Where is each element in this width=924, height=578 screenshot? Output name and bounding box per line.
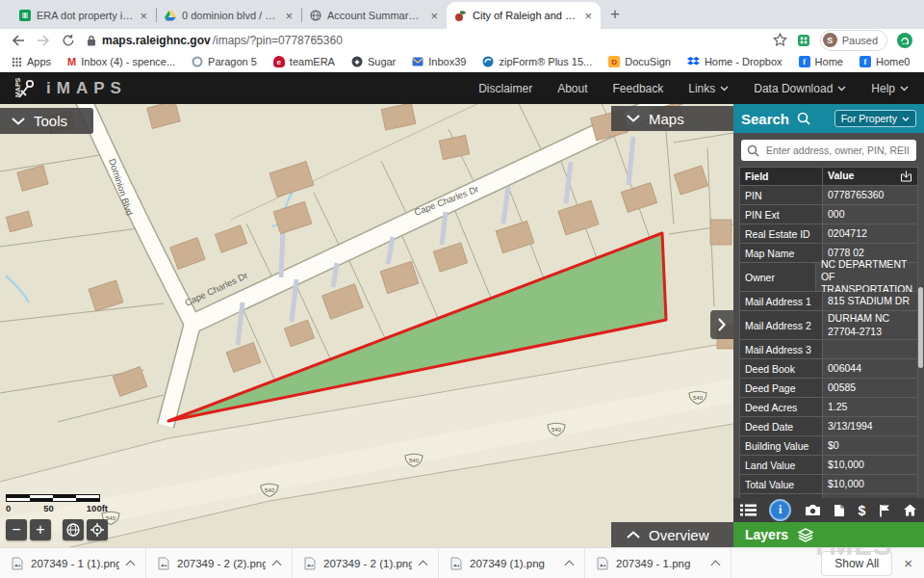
map-viewport: Dominion Blvd Cape Charles Dr Cape Charl… [0,104,733,547]
svg-text:540: 540 [552,427,562,433]
bookmark-inbox[interactable]: M Inbox (4) - spence... [67,56,175,67]
menu-links[interactable]: Links [688,82,729,95]
bookmark-facebook-home0[interactable]: f Home0 [860,56,910,67]
downloads-bar: 207349 - 1 (1).png 207349 - 2 (2).png 20… [0,547,924,578]
tab-dominion-drive[interactable]: 0 dominion blvd / 207349 - Go × [157,2,301,29]
tools-panel-toggle[interactable]: Tools [0,108,93,134]
search-box [741,140,916,161]
layers-panel-toggle[interactable]: Layers [733,522,924,547]
zipform-icon [482,56,494,67]
bookmark-docusign[interactable]: D DocuSign [608,56,671,67]
bookmark-paragon[interactable]: Paragon 5 [192,56,257,67]
bookmark-facebook-home[interactable]: f Home [799,56,843,67]
table-row: Mail Address 1815 STADIUM DR [740,291,917,310]
tab-era-property[interactable]: ERA dot property info - Google × [12,2,156,29]
tab-close-icon[interactable]: × [583,10,593,22]
bookmark-sugar[interactable]: Sugar [351,56,396,67]
tax-dollar-icon[interactable]: $ [859,503,866,518]
search-title: Search [741,111,789,127]
facebook-icon: f [860,56,871,67]
search-scope-button[interactable]: For Property [834,110,916,127]
tab-imaps-active[interactable]: City of Raleigh and Wake Coun × [447,2,601,29]
drive-icon [165,11,176,21]
menu-feedback[interactable]: Feedback [613,82,664,95]
export-table-icon[interactable] [900,171,912,182]
teamera-icon: e [273,56,285,67]
address-field[interactable]: maps.raleighnc.gov/imaps/?pin=0778765360 [87,34,343,47]
forward-icon[interactable] [37,35,50,46]
reload-icon[interactable] [62,34,75,47]
locate-crosshair-button[interactable] [87,519,108,540]
download-item[interactable]: 207349 - 2 (1).png [293,548,439,578]
download-menu-caret-icon[interactable] [565,560,575,569]
png-file-icon [450,557,462,570]
extension-icon[interactable] [797,34,810,47]
bookmark-label: Inbox (4) - spence... [81,56,175,67]
download-menu-caret-icon[interactable] [711,560,721,569]
browser-tab-strip: ERA dot property info - Google × 0 domin… [0,0,924,29]
close-downloads-icon[interactable]: × [904,555,912,571]
layers-icon [797,528,814,542]
collapse-sidebar-arrow[interactable] [710,310,733,339]
tab-close-icon[interactable]: × [429,10,439,22]
zoom-in-button[interactable]: + [30,519,51,540]
legend-list-icon[interactable] [740,504,757,516]
maps-panel-toggle[interactable]: Maps [611,106,733,131]
dropbox-icon [687,57,700,67]
download-item[interactable]: 207349 - 2 (2).png [146,548,293,578]
table-row: Land Value$10,000 [740,455,917,474]
inbox39-icon [412,57,424,66]
basemap-globe-button[interactable] [63,519,84,540]
grammarly-icon[interactable] [897,33,912,48]
chevron-down-icon [900,86,909,92]
tab-account-summary[interactable]: Account Summary - 0204712 × [302,2,447,29]
tab-close-icon[interactable]: × [284,10,294,22]
bookmark-inbox39[interactable]: Inbox39 [412,56,466,67]
menu-help[interactable]: Help [871,82,909,95]
bookmark-teamera[interactable]: e teamERA [273,56,335,67]
download-menu-caret-icon[interactable] [419,560,428,569]
menu-disclaimer[interactable]: Disclaimer [478,82,532,95]
bookmark-label: teamERA [290,56,335,67]
tab-title: City of Raleigh and Wake Coun [473,10,578,21]
value-header: Value [823,168,917,185]
zoom-out-button[interactable]: − [6,519,27,540]
tab-close-icon[interactable]: × [139,10,148,22]
facebook-icon: f [799,56,810,67]
download-menu-caret-icon[interactable] [272,560,282,569]
browser-url-bar: maps.raleighnc.gov/imaps/?pin=0778765360… [0,29,924,51]
home-icon[interactable] [903,504,917,516]
identify-info-icon[interactable]: i [769,499,791,521]
raleigh-favicon [454,10,467,22]
tab-title: Account Summary - 0204712 [327,10,424,21]
back-icon[interactable] [12,35,25,46]
url-host: maps.raleighnc.gov [102,34,211,47]
sidebar-scrollbar-thumb[interactable] [918,287,923,368]
profile-paused-badge[interactable]: S Paused [820,30,887,51]
document-icon[interactable] [834,504,845,517]
search-input[interactable] [764,144,911,157]
camera-icon[interactable] [805,504,821,516]
download-menu-caret-icon[interactable] [126,560,136,569]
menu-about[interactable]: About [557,82,587,95]
bookmark-zipform[interactable]: zipForm® Plus 15... [482,56,592,67]
chevron-right-icon [718,318,726,331]
imaps-logo-icon: MAPS [15,77,38,100]
download-item[interactable]: 207349 - 1 (1).png [0,548,146,578]
svg-text:540: 540 [693,395,704,401]
download-item[interactable]: 207349 (1).png [439,548,585,578]
sidebar-tool-icons: i $ [733,498,924,522]
table-row: Deed Page00585 [740,378,917,397]
download-item[interactable]: 207349 - 1.png [585,548,732,578]
bookmark-label: Home0 [876,56,910,67]
gmail-icon: M [67,56,76,67]
flag-icon[interactable] [879,504,890,517]
bookmark-star-icon[interactable] [773,33,787,47]
map-canvas[interactable]: Dominion Blvd Cape Charles Dr Cape Charl… [0,104,733,547]
new-tab-button[interactable]: + [610,5,620,24]
menu-data-download[interactable]: Data Download [754,82,846,95]
overview-panel-toggle[interactable]: Overview [611,522,733,547]
bookmark-dropbox[interactable]: Home - Dropbox [687,56,783,67]
bookmark-apps[interactable]: Apps [12,56,51,67]
tab-title: ERA dot property info - Google [37,10,133,21]
